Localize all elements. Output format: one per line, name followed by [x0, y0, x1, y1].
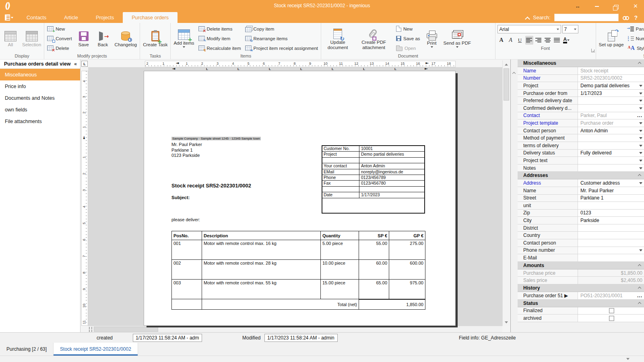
- sidebar-item-own-fields[interactable]: own fields: [0, 104, 80, 115]
- property-value[interactable]: $2,405.00: [580, 278, 642, 283]
- set-up-page-button[interactable]: ↷Set up page: [597, 29, 625, 47]
- property-label[interactable]: Address: [518, 179, 578, 187]
- resize-icon[interactable]: ↔: [573, 3, 582, 9]
- dropdown-icon[interactable]: [639, 85, 642, 88]
- convert-button[interactable]: Convert: [45, 34, 73, 43]
- property-value[interactable]: Demo partial deliveries: [580, 83, 639, 88]
- modify-item-button[interactable]: ✎Modify item: [197, 34, 243, 43]
- update-document-button[interactable]: ↻Update document: [322, 27, 353, 50]
- property-value[interactable]: Mr. Paul Parker: [580, 188, 642, 193]
- created-value-field[interactable]: [133, 334, 202, 342]
- top-margin-marker-icon[interactable]: [82, 136, 86, 139]
- panel-scrollbar[interactable]: [511, 60, 518, 332]
- document-tab-stock-receipt-sr52-202301-0002[interactable]: Stock receipt SR52-202301/0002: [54, 343, 138, 356]
- dropdown-icon[interactable]: [639, 152, 642, 156]
- checkbox[interactable]: [609, 308, 614, 313]
- section-header-amounts[interactable]: Amounts: [518, 262, 644, 269]
- document-horizontal-scrollbar[interactable]: [88, 326, 502, 332]
- vertical-scroll-thumb[interactable]: [504, 68, 509, 101]
- open-button[interactable]: Open: [394, 43, 422, 53]
- align-center-button[interactable]: [544, 36, 552, 45]
- font-color-button[interactable]: A: [562, 36, 571, 45]
- property-value[interactable]: Purchase order: [580, 120, 639, 126]
- property-value[interactable]: $1,850.00: [580, 270, 642, 276]
- sidebar-item-file-attachments[interactable]: File attachments: [0, 115, 80, 127]
- search-input[interactable]: [554, 14, 619, 21]
- property-value[interactable]: Parklane 1: [580, 195, 642, 201]
- property-label[interactable]: Name: [518, 67, 578, 74]
- underline-button[interactable]: U: [516, 36, 524, 45]
- dialog-launcher-icon[interactable]: [591, 49, 595, 52]
- binoculars-search-icon[interactable]: [623, 15, 630, 20]
- back-button[interactable]: →Back: [94, 29, 112, 47]
- justify-button[interactable]: [553, 36, 561, 45]
- add-items-button[interactable]: +Add items: [172, 28, 196, 49]
- dropdown-icon[interactable]: [639, 107, 642, 111]
- numbering-button[interactable]: Numbering: [626, 34, 644, 43]
- left-margin-marker-icon[interactable]: [176, 61, 179, 65]
- align-right-button[interactable]: [535, 36, 543, 45]
- property-value[interactable]: Parker, Paul: [580, 113, 637, 118]
- rearrange-items-button[interactable]: ↻Rearrange items: [244, 34, 320, 43]
- property-value[interactable]: Customer address: [580, 180, 639, 186]
- recalculate-item-button[interactable]: ↯Recalculate item: [197, 43, 243, 53]
- dropdown-icon[interactable]: [639, 137, 642, 141]
- delete-items-button[interactable]: ×Delete items: [197, 24, 243, 33]
- create-task-button[interactable]: +Create Task: [141, 29, 169, 47]
- copy-item-button[interactable]: Copy item: [244, 24, 320, 33]
- dropdown-icon[interactable]: [639, 249, 642, 253]
- tab-purchase-orders[interactable]: Purchase orders: [123, 12, 178, 23]
- scroll-down-icon[interactable]: [503, 319, 510, 326]
- font-size-select[interactable]: 7: [562, 25, 578, 33]
- dropdown-icon[interactable]: [639, 160, 642, 163]
- help-icon[interactable]: [634, 14, 638, 21]
- print-button[interactable]: Print: [423, 28, 441, 49]
- document-vertical-scrollbar[interactable]: [502, 60, 510, 326]
- property-value[interactable]: SR52-202301/0002: [580, 75, 642, 81]
- property-value[interactable]: 1/17/2023: [580, 90, 639, 96]
- chevron-down-icon[interactable]: [626, 358, 630, 362]
- italic-button[interactable]: A: [507, 36, 515, 45]
- sidebar-item-miscellaneous[interactable]: Miscellaneous: [0, 69, 80, 80]
- modified-value-field[interactable]: [264, 334, 338, 342]
- collapse-sidebar-icon[interactable]: [74, 61, 77, 67]
- dropdown-icon[interactable]: [639, 182, 642, 186]
- panel-scroll-up-icon[interactable]: [513, 72, 516, 75]
- property-value[interactable]: 0123: [580, 210, 642, 216]
- document-tab-purchasing-2-63[interactable]: Purchasing [2 / 63]: [0, 343, 54, 356]
- bold-button[interactable]: A: [497, 36, 506, 45]
- section-header-status[interactable]: Status: [518, 300, 644, 307]
- changelog-button[interactable]: Changelog: [113, 29, 139, 47]
- all-button[interactable]: All: [1, 29, 20, 47]
- delete-button[interactable]: ×Delete: [45, 43, 73, 53]
- document-page[interactable]: Sample Company · Sample street 1245 · 12…: [144, 71, 456, 326]
- send-as-pdf-button[interactable]: Send as PDF: [442, 28, 473, 49]
- property-label[interactable]: Contact: [518, 112, 578, 119]
- project-item-receipt-assignment-button[interactable]: ∞Project item receipt assignment: [244, 43, 320, 53]
- section-header-history[interactable]: History: [518, 284, 644, 292]
- tab-contacts[interactable]: Contacts: [18, 12, 55, 23]
- paragraph-button[interactable]: →Paragraph: [626, 24, 644, 33]
- property-value[interactable]: Anton Admin: [580, 128, 639, 134]
- close-button[interactable]: [631, 2, 640, 10]
- property-value[interactable]: Fully delivered: [580, 150, 639, 156]
- ellipsis-button[interactable]: [637, 113, 642, 118]
- align-left-button[interactable]: [525, 36, 533, 45]
- dropdown-icon[interactable]: [639, 145, 642, 148]
- save-as-button[interactable]: Save as: [394, 34, 422, 43]
- dropdown-icon[interactable]: [639, 130, 642, 134]
- app-menu-button[interactable]: [0, 12, 18, 23]
- font-family-select[interactable]: Arial: [497, 25, 561, 33]
- section-header-miscellaneous[interactable]: Miscellaneous: [518, 60, 644, 67]
- sidebar-item-documents-and-notes[interactable]: Documents and Notes: [0, 92, 80, 104]
- ellipsis-button[interactable]: [637, 293, 642, 298]
- scroll-up-icon[interactable]: [503, 61, 510, 68]
- checkbox[interactable]: [609, 316, 614, 321]
- right-margin-marker-icon[interactable]: [425, 61, 429, 65]
- minimize-button[interactable]: [592, 3, 601, 9]
- create-pdf-attachment-button[interactable]: Create PDF attachment: [354, 27, 394, 50]
- dropdown-icon[interactable]: [639, 93, 642, 96]
- splitter-handle-icon[interactable]: [89, 327, 92, 332]
- section-header-addresses[interactable]: Addresses: [518, 172, 644, 179]
- dropdown-icon[interactable]: [639, 100, 642, 103]
